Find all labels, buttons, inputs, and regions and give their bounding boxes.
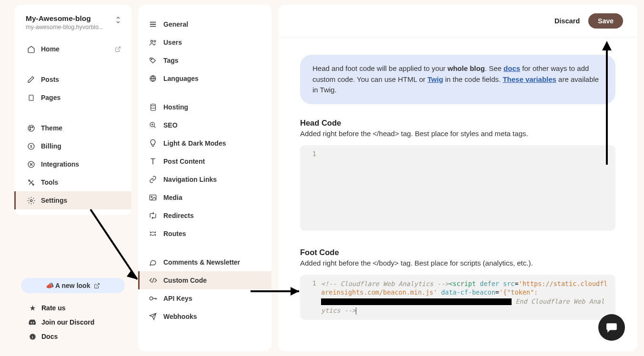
link-icon bbox=[149, 175, 157, 184]
nav-posts[interactable]: Posts bbox=[14, 70, 131, 89]
sub-label: Light & Dark Modes bbox=[163, 139, 226, 147]
footer-label: Rate us bbox=[41, 304, 66, 312]
sub-languages[interactable]: Languages bbox=[138, 69, 272, 88]
foot-code-desc: Added right before the </body> tag. Best… bbox=[300, 259, 615, 267]
svg-point-15 bbox=[151, 59, 152, 59]
svg-point-10 bbox=[30, 199, 32, 201]
discard-button[interactable]: Discard bbox=[554, 17, 580, 25]
sub-label: Webhooks bbox=[163, 313, 197, 320]
sub-label: Navigation Links bbox=[163, 176, 217, 183]
sub-hosting[interactable]: Hosting bbox=[138, 98, 272, 116]
sub-navlinks[interactable]: Navigation Links bbox=[138, 170, 272, 188]
theme-icon bbox=[27, 124, 35, 132]
sub-label: Media bbox=[163, 194, 182, 201]
home-icon bbox=[27, 45, 35, 53]
head-code-editor[interactable]: 1 bbox=[300, 145, 615, 231]
sub-customcode[interactable]: Custom Code bbox=[138, 271, 272, 289]
users-icon bbox=[149, 38, 157, 47]
sub-seo[interactable]: SEO bbox=[138, 116, 272, 134]
sub-apikeys[interactable]: API Keys bbox=[138, 289, 272, 307]
nav-settings[interactable]: Settings bbox=[14, 191, 131, 209]
foot-code-content: <!-- Cloudflare Web Analytics --><script… bbox=[321, 279, 615, 316]
svg-point-20 bbox=[151, 196, 152, 198]
gear-icon bbox=[27, 196, 35, 205]
search-icon bbox=[149, 121, 157, 129]
svg-point-4 bbox=[30, 129, 30, 129]
link-twig[interactable]: Twig bbox=[427, 75, 443, 83]
save-button[interactable]: Save bbox=[588, 13, 623, 29]
nav-integrations[interactable]: Integrations bbox=[14, 155, 131, 173]
info-callout: Head and foot code will be applied to yo… bbox=[300, 55, 615, 104]
foot-code-title: Foot Code bbox=[300, 248, 615, 257]
blog-switcher[interactable]: My-Awesome-blog my-awesome-blog.hyvorblo… bbox=[14, 14, 131, 37]
sub-general[interactable]: General bbox=[138, 15, 272, 33]
sub-comments[interactable]: Comments & Newsletter bbox=[138, 253, 272, 271]
billing-icon: $ bbox=[27, 142, 35, 150]
chat-icon bbox=[149, 258, 157, 267]
nav-theme[interactable]: Theme bbox=[14, 119, 131, 137]
svg-point-1 bbox=[28, 125, 34, 131]
footer-label: Join our Discord bbox=[41, 318, 94, 326]
chat-icon bbox=[605, 322, 618, 333]
code-icon bbox=[149, 276, 157, 285]
sub-label: General bbox=[163, 20, 188, 28]
sub-media[interactable]: Media bbox=[138, 188, 272, 207]
sub-tags[interactable]: Tags bbox=[138, 51, 272, 69]
key-icon bbox=[149, 294, 157, 303]
nav-home[interactable]: Home bbox=[14, 40, 131, 58]
nav-label: Integrations bbox=[41, 160, 79, 168]
nav-label: Billing bbox=[41, 142, 61, 150]
footer-docs[interactable]: i Docs bbox=[14, 329, 131, 344]
svg-point-14 bbox=[154, 40, 156, 42]
nav-label: Posts bbox=[41, 76, 59, 83]
sub-label: Comments & Newsletter bbox=[163, 258, 240, 266]
tools-icon bbox=[27, 178, 35, 187]
sub-postcontent[interactable]: Post Content bbox=[138, 152, 272, 170]
chevron-updown-icon[interactable] bbox=[115, 14, 121, 24]
sub-webhooks[interactable]: Webhooks bbox=[138, 307, 272, 326]
svg-point-17 bbox=[151, 104, 155, 106]
sub-label: Users bbox=[163, 39, 182, 46]
svg-text:i: i bbox=[32, 335, 33, 339]
blog-url: my-awesome-blog.hyvorblo... bbox=[26, 24, 103, 30]
sub-label: API Keys bbox=[163, 295, 192, 302]
pencil-icon bbox=[27, 75, 35, 84]
sub-label: Routes bbox=[163, 230, 186, 237]
gutter: 1 bbox=[300, 279, 321, 316]
chat-fab[interactable] bbox=[598, 314, 625, 341]
link-vars[interactable]: These variables bbox=[503, 75, 556, 83]
svg-text:$: $ bbox=[30, 144, 32, 148]
sub-redirects[interactable]: Redirects bbox=[138, 207, 272, 225]
bulb-icon bbox=[149, 139, 157, 148]
send-icon bbox=[149, 312, 157, 321]
head-code-desc: Added right before the </head> tag. Best… bbox=[300, 129, 615, 138]
sub-label: Redirects bbox=[163, 212, 194, 219]
star-icon bbox=[29, 304, 36, 312]
routes-icon bbox=[149, 229, 157, 238]
newlook-label: 📣 A new look bbox=[46, 282, 91, 289]
settings-submenu: General Users Tags Languages Hosting SEO… bbox=[138, 5, 272, 351]
text-icon bbox=[149, 157, 157, 166]
nav-label: Home bbox=[41, 45, 60, 53]
nav-pages[interactable]: Pages bbox=[14, 89, 131, 107]
footer-label: Docs bbox=[41, 333, 58, 340]
nav-tools[interactable]: Tools bbox=[14, 173, 131, 191]
nav-billing[interactable]: $ Billing bbox=[14, 137, 131, 155]
link-docs[interactable]: docs bbox=[503, 64, 520, 72]
discord-icon bbox=[29, 318, 36, 326]
image-icon bbox=[149, 193, 157, 202]
footer-rate[interactable]: Rate us bbox=[14, 301, 131, 315]
sub-label: Tags bbox=[163, 57, 179, 64]
nav-label: Settings bbox=[41, 197, 67, 204]
menu-icon bbox=[149, 20, 157, 29]
globe-icon bbox=[149, 74, 157, 83]
foot-code-editor[interactable]: 1 <!-- Cloudflare Web Analytics --><scri… bbox=[300, 275, 615, 320]
nav-label: Tools bbox=[41, 178, 58, 186]
sub-users[interactable]: Users bbox=[138, 33, 272, 51]
footer-discord[interactable]: Join our Discord bbox=[14, 315, 131, 329]
new-look-banner[interactable]: 📣 A new look bbox=[21, 278, 125, 293]
sub-lightdark[interactable]: Light & Dark Modes bbox=[138, 134, 272, 152]
gutter: 1 bbox=[300, 150, 321, 226]
sub-label: Post Content bbox=[163, 158, 205, 165]
sub-routes[interactable]: Routes bbox=[138, 225, 272, 243]
